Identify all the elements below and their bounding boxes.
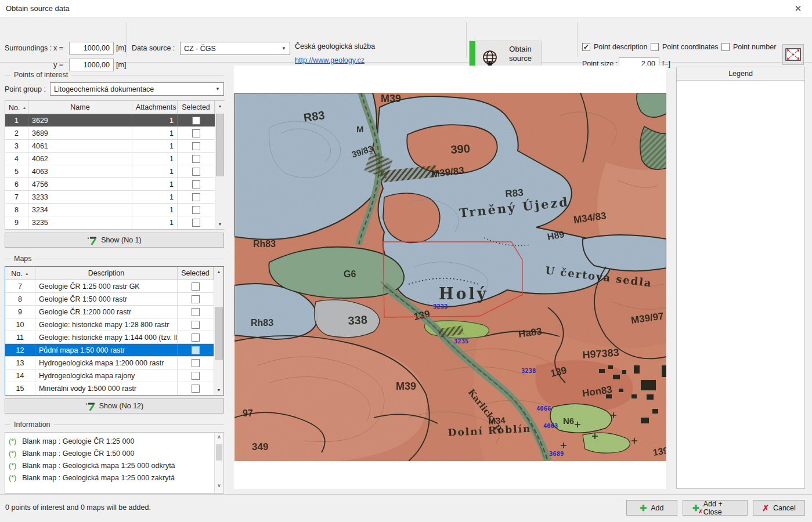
show-icon — [85, 401, 95, 411]
info-text: Blank map : Geologická mapa 1:25 000 odk… — [22, 460, 175, 472]
col-name: Name — [28, 101, 132, 114]
information-scrollbar[interactable]: ∧ ∨ — [214, 433, 223, 493]
row-checkbox[interactable] — [192, 346, 200, 354]
option-point-description[interactable]: ✓Point description — [582, 43, 647, 51]
add-close-button[interactable]: ✚✗ Add + Close — [683, 500, 748, 516]
points-table-row[interactable]: 932351 — [5, 216, 215, 229]
cell-selected — [178, 344, 214, 356]
points-table-row[interactable]: 136291 — [5, 114, 215, 127]
scroll-up-icon[interactable]: ∧ — [215, 434, 223, 443]
legend-header: Legend — [677, 67, 804, 81]
add-close-label: Add + Close — [703, 500, 738, 516]
x-input[interactable]: 1000,00 — [69, 42, 114, 55]
cell-selected — [178, 369, 214, 382]
maps-table-header[interactable]: No.▲ Description Selected — [5, 267, 214, 280]
row-checkbox[interactable] — [192, 180, 200, 188]
row-checkbox[interactable] — [192, 129, 200, 137]
row-checkbox[interactable] — [192, 334, 200, 342]
row-checkbox[interactable] — [192, 168, 200, 176]
data-source-label: Data source : — [132, 44, 175, 52]
maps-group-title: Maps — [14, 255, 32, 263]
information-list: (*)Blank map : Geologie ČR 1:25 000(*)Bl… — [5, 432, 224, 494]
point-id-label: 3238 — [521, 367, 536, 374]
scroll-up-icon[interactable]: ▲ — [214, 267, 223, 277]
points-table-row[interactable]: 340611 — [5, 140, 215, 153]
add-button[interactable]: ✚ Add — [626, 500, 677, 516]
show-point-button[interactable]: Show (No 1) — [5, 233, 224, 248]
row-checkbox[interactable] — [192, 206, 200, 214]
maps-table-row[interactable]: 11Geologie: historické mapy 1:144 000 (t… — [5, 331, 214, 344]
row-checkbox[interactable] — [192, 308, 200, 316]
row-checkbox[interactable] — [192, 282, 200, 291]
maps-table-row[interactable]: 14Hydrogeologická mapa rajony — [5, 369, 214, 382]
map-label: 97 — [243, 408, 253, 418]
row-checkbox[interactable] — [192, 117, 200, 125]
option-checkbox[interactable] — [721, 43, 730, 51]
row-checkbox[interactable] — [192, 142, 200, 150]
close-icon[interactable]: ✕ — [790, 3, 806, 14]
maps-scrollbar[interactable]: ▲ ▼ — [214, 267, 223, 395]
point-group-dropdown[interactable]: Litogeochemická dokumentace ▼ — [50, 82, 224, 96]
maps-table-row[interactable]: 15Minerálni vody 1:500 000 rastr — [5, 382, 214, 395]
row-checkbox[interactable] — [192, 219, 200, 227]
points-table-row[interactable]: 832341 — [5, 204, 215, 216]
points-table-row[interactable]: 732331 — [5, 191, 215, 204]
cell-description: Hydrogeologická mapa 1:200 000 rastr — [35, 357, 178, 369]
zoom-fit-button[interactable] — [782, 44, 804, 65]
cell-no: 8 — [5, 204, 28, 216]
scroll-down-icon[interactable]: ∨ — [215, 483, 223, 492]
scroll-up-icon[interactable]: ▲ — [215, 101, 225, 111]
option-checkbox[interactable] — [651, 43, 659, 51]
points-table-header[interactable]: No.▲ Name Attachments Selected — [5, 101, 215, 114]
source-name: Česká geologická služba — [295, 42, 375, 50]
maps-table-row[interactable]: 8Geologie ČR 1:50 000 rastr — [5, 293, 214, 306]
points-scroll-thumb[interactable] — [216, 114, 224, 176]
map-view[interactable]: M39R83M39/83390M39/83R83Trněný ÚjezdM34/… — [234, 66, 666, 489]
map-label: M39 — [381, 93, 401, 104]
info-item: (*)Blank map : Geologie ČR 1:25 000 — [9, 436, 212, 448]
cell-selected — [178, 216, 215, 229]
map-label: Rh83 — [251, 318, 273, 328]
maps-table-row[interactable]: 7Geologie ČR 1:25 000 rastr GK — [5, 280, 214, 293]
fit-extents-icon — [785, 48, 801, 61]
scroll-down-icon[interactable]: ▼ — [215, 219, 225, 229]
show-map-button[interactable]: Show (No 12) — [5, 398, 224, 414]
map-label: 338 — [348, 313, 368, 327]
map-label: M39 — [396, 380, 416, 392]
point-id-label: 4063 — [543, 422, 558, 429]
row-checkbox[interactable] — [192, 359, 200, 367]
maps-table-row[interactable]: 12Půdní mapa 1:50 000 rastr — [5, 344, 214, 357]
cell-selected — [178, 280, 214, 292]
data-source-dropdown[interactable]: CZ - ČGS ▼ — [180, 42, 290, 55]
row-checkbox[interactable] — [192, 193, 200, 201]
points-table-row[interactable]: 440621 — [5, 153, 215, 165]
row-checkbox[interactable] — [192, 372, 200, 380]
option-checkbox[interactable]: ✓ — [582, 43, 590, 51]
points-group-header: Points of interest — [5, 71, 224, 79]
row-checkbox[interactable] — [192, 385, 200, 393]
maps-scroll-thumb[interactable] — [215, 307, 223, 360]
cancel-button[interactable]: ✗ Cancel — [753, 500, 805, 516]
points-table-row[interactable]: 540631 — [5, 165, 215, 178]
maps-table-row[interactable]: 9Geologie ČR 1:200 000 rastr — [5, 306, 214, 318]
source-link[interactable]: http://www.geology.cz — [295, 56, 365, 64]
point-group-value: Litogeochemická dokumentace — [54, 85, 154, 93]
option-point-coordinates[interactable]: Point coordinates — [651, 43, 719, 51]
cell-description: Půdní mapa 1:50 000 rastr — [35, 344, 178, 356]
row-checkbox[interactable] — [192, 321, 200, 329]
points-table-row[interactable]: 647561 — [5, 178, 215, 191]
row-checkbox[interactable] — [192, 295, 200, 303]
cell-selected — [178, 306, 214, 318]
scroll-down-icon[interactable]: ▼ — [214, 385, 223, 395]
row-checkbox[interactable] — [192, 155, 200, 163]
maps-table-row[interactable]: 13Hydrogeologická mapa 1:200 000 rastr — [5, 357, 214, 369]
cell-name: 3234 — [28, 204, 132, 216]
information-scroll-thumb[interactable] — [216, 444, 222, 461]
points-scrollbar[interactable]: ▲ ▼ — [215, 101, 225, 229]
chevron-down-icon: ▼ — [215, 86, 220, 92]
cell-attachments: 1 — [132, 127, 178, 139]
info-item: (*)Blank map : Geologická mapa 1:25 000 … — [9, 460, 212, 472]
option-point-number[interactable]: Point number — [721, 43, 776, 51]
maps-table-row[interactable]: 10Geologie: historické mapy 1:28 800 ras… — [5, 318, 214, 331]
points-table-row[interactable]: 236891 — [5, 127, 215, 140]
